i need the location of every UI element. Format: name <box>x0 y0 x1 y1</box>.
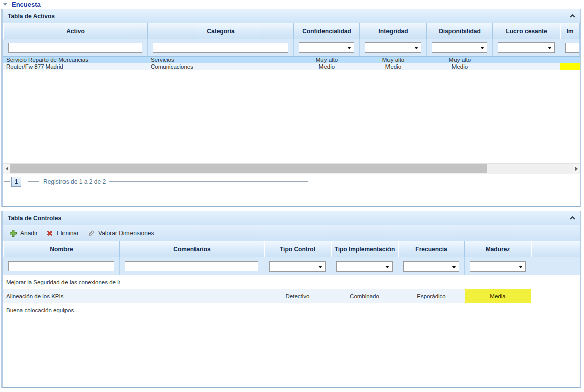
cell-nombre[interactable]: Mejorar la Seguridad de las conexiones d… <box>3 275 120 289</box>
cell-integridad[interactable]: Medio <box>360 63 427 70</box>
scroll-left-button[interactable] <box>3 164 10 174</box>
cell-confidencialidad[interactable]: Medio <box>294 63 360 70</box>
activos-panel-bottom-padding <box>3 189 580 206</box>
pager-divider <box>28 181 39 182</box>
cell-lucro-cesante[interactable] <box>493 63 560 70</box>
cell-tipo-control[interactable]: Detectivo <box>264 289 331 303</box>
column-header-lucro-cesante[interactable]: Lucro cesante <box>493 23 560 39</box>
select-arrow-icon <box>318 266 322 268</box>
column-header-categoria[interactable]: Categoría <box>148 23 294 39</box>
cell-categoria[interactable]: Comunicaciones <box>148 63 294 70</box>
control-row[interactable]: Alineación de los KPIs Detectivo Combina… <box>3 289 580 303</box>
select-arrow-icon <box>414 47 418 49</box>
filter-frecuencia-select[interactable] <box>403 261 459 272</box>
cell-comentarios[interactable] <box>120 275 264 289</box>
scroll-right-button[interactable] <box>573 164 580 174</box>
column-header-confidencialidad[interactable]: Confidencialidad <box>294 23 360 39</box>
cell-tipo-control[interactable] <box>264 275 331 289</box>
cell-activo[interactable]: Router/Fw 877 Madrid <box>3 63 148 70</box>
scrollbar-track[interactable] <box>10 164 573 174</box>
column-header-madurez[interactable]: Madurez <box>465 241 531 257</box>
tabla-activos-title: Tabla de Activos <box>8 13 55 20</box>
delete-button-label: Eliminar <box>57 230 79 237</box>
column-header-im[interactable]: Im <box>560 23 580 39</box>
page-1-button[interactable]: 1 <box>11 177 21 187</box>
cell-madurez-highlighted[interactable]: Media <box>465 289 531 303</box>
filter-tipo-control-select[interactable] <box>269 261 326 272</box>
column-header-nombre[interactable]: Nombre <box>3 241 120 257</box>
filter-madurez-select[interactable] <box>470 261 526 272</box>
scrollbar-thumb[interactable] <box>10 164 487 173</box>
cell-tipo-implementacion[interactable] <box>331 275 398 289</box>
valorar-dimensiones-button[interactable]: Valorar Dimensiones <box>85 227 158 239</box>
filter-disponibilidad-select[interactable] <box>432 42 487 53</box>
filter-nombre-input[interactable] <box>8 261 114 271</box>
select-arrow-icon <box>347 47 351 49</box>
cell-tipo-control[interactable] <box>264 303 331 317</box>
cell-madurez[interactable] <box>465 303 531 317</box>
cell-nombre[interactable]: Buena colocación equipos. <box>3 303 120 317</box>
cell-frecuencia[interactable] <box>398 275 465 289</box>
delete-button[interactable]: Eliminar <box>44 228 83 239</box>
tabla-activos-panel-header[interactable]: Tabla de Activos <box>3 9 580 23</box>
cell-comentarios[interactable] <box>120 303 264 317</box>
legend-divider <box>45 5 584 5</box>
cell-disponibilidad[interactable]: Muy alto <box>427 57 493 63</box>
filter-integridad-select[interactable] <box>365 42 421 53</box>
control-row[interactable]: Buena colocación equipos. <box>3 303 580 317</box>
select-arrow-icon <box>480 47 484 49</box>
right-arrow-icon <box>575 167 578 171</box>
select-arrow-icon <box>518 266 523 268</box>
filter-comentarios-input[interactable] <box>125 261 258 271</box>
horizontal-scrollbar[interactable] <box>3 163 580 174</box>
asset-row[interactable]: Router/Fw 877 Madrid Comunicaciones Medi… <box>3 63 580 70</box>
collapse-controles-icon[interactable] <box>570 216 575 220</box>
filter-categoria-input[interactable] <box>153 43 288 53</box>
cell-categoria[interactable]: Servicios <box>148 57 294 63</box>
cell-integridad[interactable]: Muy alto <box>360 57 427 63</box>
cell-confidencialidad[interactable]: Muy alto <box>294 57 360 63</box>
add-button[interactable]: Añadir <box>7 228 42 239</box>
column-header-frecuencia[interactable]: Frecuencia <box>398 241 465 257</box>
cell-lucro-cesante[interactable] <box>493 57 560 63</box>
cell-frecuencia[interactable] <box>398 303 465 317</box>
pager-status: Registros de 1 a 2 de 2 <box>43 178 106 185</box>
cell-filler <box>531 275 580 289</box>
control-row[interactable]: Mejorar la Seguridad de las conexiones d… <box>3 275 580 289</box>
select-arrow-icon <box>548 47 552 49</box>
cell-im[interactable] <box>560 57 580 63</box>
fieldset-collapse-icon[interactable] <box>3 3 7 6</box>
left-arrow-icon <box>6 167 8 171</box>
pager: 1 Registros de 1 a 2 de 2 <box>3 174 580 189</box>
cell-nombre[interactable]: Alineación de los KPIs <box>3 289 120 303</box>
filter-im-input[interactable] <box>565 43 580 53</box>
cell-disponibilidad[interactable]: Medio <box>427 63 493 70</box>
cell-filler <box>531 303 580 317</box>
cell-im-highlighted[interactable] <box>560 63 580 70</box>
cell-frecuencia[interactable]: Esporádico <box>398 289 465 303</box>
column-header-tipo-control[interactable]: Tipo Control <box>264 241 331 257</box>
pager-divider <box>4 181 10 182</box>
column-header-activo[interactable]: Activo <box>3 23 148 39</box>
filter-tipo-implementacion-select[interactable] <box>336 261 393 272</box>
cell-tipo-implementacion[interactable] <box>331 303 398 317</box>
column-header-comentarios[interactable]: Comentarios <box>120 241 264 257</box>
cell-comentarios[interactable] <box>120 289 264 303</box>
column-header-integridad[interactable]: Integridad <box>360 23 427 39</box>
controles-grid-empty-area <box>3 317 580 387</box>
valorar-dimensiones-label: Valorar Dimensiones <box>98 230 154 237</box>
cell-tipo-implementacion[interactable]: Combinado <box>331 289 398 303</box>
paperclip-icon <box>87 229 95 237</box>
collapse-activos-icon[interactable] <box>570 14 575 18</box>
column-header-tipo-implementacion[interactable]: Tipo Implementación <box>331 241 398 257</box>
filter-activo-input[interactable] <box>8 43 142 53</box>
cell-madurez[interactable] <box>465 275 531 289</box>
cell-activo[interactable]: Servicio Reparto de Mercancias <box>3 57 148 63</box>
tabla-controles-panel: Tabla de Controles Añadir Eliminar Valor… <box>1 211 581 388</box>
tabla-controles-panel-header[interactable]: Tabla de Controles <box>3 211 580 225</box>
asset-row-selected[interactable]: Servicio Reparto de Mercancias Servicios… <box>3 57 580 63</box>
encuesta-legend-label: Encuesta <box>12 1 41 8</box>
filter-confidencialidad-select[interactable] <box>299 42 354 53</box>
column-header-disponibilidad[interactable]: Disponibilidad <box>427 23 493 39</box>
filter-lucro-cesante-select[interactable] <box>498 42 555 53</box>
